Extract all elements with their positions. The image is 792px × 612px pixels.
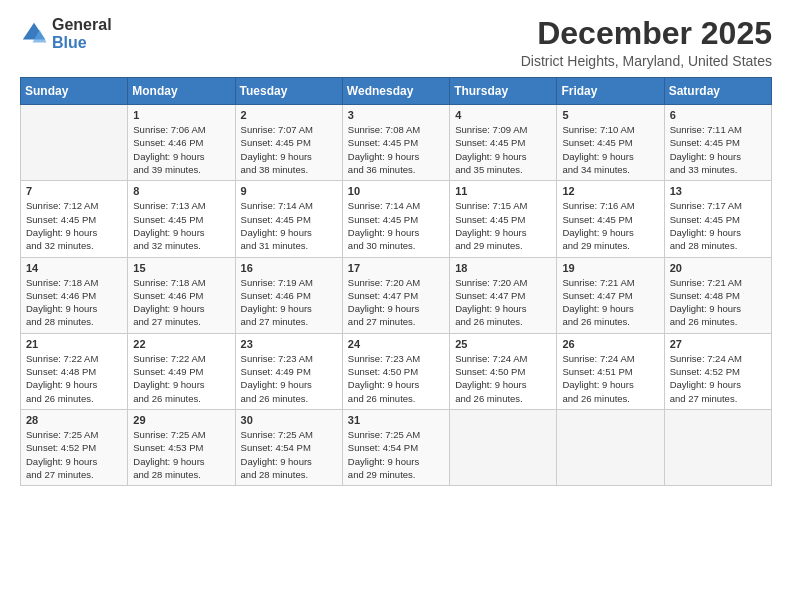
calendar-cell: 21Sunrise: 7:22 AMSunset: 4:48 PMDayligh… [21, 333, 128, 409]
calendar-cell: 12Sunrise: 7:16 AMSunset: 4:45 PMDayligh… [557, 181, 664, 257]
logo-general-text: General [52, 16, 112, 34]
calendar-day-header: Monday [128, 78, 235, 105]
calendar-cell: 10Sunrise: 7:14 AMSunset: 4:45 PMDayligh… [342, 181, 449, 257]
calendar-cell: 27Sunrise: 7:24 AMSunset: 4:52 PMDayligh… [664, 333, 771, 409]
day-info: Sunrise: 7:24 AMSunset: 4:50 PMDaylight:… [455, 352, 551, 405]
calendar-day-header: Wednesday [342, 78, 449, 105]
day-number: 16 [241, 262, 337, 274]
calendar-cell: 26Sunrise: 7:24 AMSunset: 4:51 PMDayligh… [557, 333, 664, 409]
calendar-cell [450, 409, 557, 485]
header: General Blue December 2025 District Heig… [20, 16, 772, 69]
calendar-cell: 31Sunrise: 7:25 AMSunset: 4:54 PMDayligh… [342, 409, 449, 485]
day-info: Sunrise: 7:24 AMSunset: 4:51 PMDaylight:… [562, 352, 658, 405]
calendar-cell: 9Sunrise: 7:14 AMSunset: 4:45 PMDaylight… [235, 181, 342, 257]
day-info: Sunrise: 7:23 AMSunset: 4:50 PMDaylight:… [348, 352, 444, 405]
day-info: Sunrise: 7:20 AMSunset: 4:47 PMDaylight:… [348, 276, 444, 329]
day-number: 22 [133, 338, 229, 350]
calendar-cell: 19Sunrise: 7:21 AMSunset: 4:47 PMDayligh… [557, 257, 664, 333]
page: General Blue December 2025 District Heig… [0, 0, 792, 612]
day-info: Sunrise: 7:14 AMSunset: 4:45 PMDaylight:… [348, 199, 444, 252]
calendar-cell: 18Sunrise: 7:20 AMSunset: 4:47 PMDayligh… [450, 257, 557, 333]
day-info: Sunrise: 7:15 AMSunset: 4:45 PMDaylight:… [455, 199, 551, 252]
day-number: 6 [670, 109, 766, 121]
logo: General Blue [20, 16, 112, 51]
calendar-cell: 20Sunrise: 7:21 AMSunset: 4:48 PMDayligh… [664, 257, 771, 333]
day-info: Sunrise: 7:25 AMSunset: 4:54 PMDaylight:… [241, 428, 337, 481]
day-number: 4 [455, 109, 551, 121]
day-info: Sunrise: 7:25 AMSunset: 4:53 PMDaylight:… [133, 428, 229, 481]
day-info: Sunrise: 7:22 AMSunset: 4:48 PMDaylight:… [26, 352, 122, 405]
day-info: Sunrise: 7:21 AMSunset: 4:47 PMDaylight:… [562, 276, 658, 329]
calendar-cell: 29Sunrise: 7:25 AMSunset: 4:53 PMDayligh… [128, 409, 235, 485]
day-number: 14 [26, 262, 122, 274]
day-info: Sunrise: 7:19 AMSunset: 4:46 PMDaylight:… [241, 276, 337, 329]
calendar-table: SundayMondayTuesdayWednesdayThursdayFrid… [20, 77, 772, 486]
day-info: Sunrise: 7:21 AMSunset: 4:48 PMDaylight:… [670, 276, 766, 329]
day-info: Sunrise: 7:17 AMSunset: 4:45 PMDaylight:… [670, 199, 766, 252]
calendar-week-row: 7Sunrise: 7:12 AMSunset: 4:45 PMDaylight… [21, 181, 772, 257]
day-number: 30 [241, 414, 337, 426]
calendar-cell: 30Sunrise: 7:25 AMSunset: 4:54 PMDayligh… [235, 409, 342, 485]
calendar-cell [664, 409, 771, 485]
location-title: District Heights, Maryland, United State… [521, 53, 772, 69]
calendar-cell: 16Sunrise: 7:19 AMSunset: 4:46 PMDayligh… [235, 257, 342, 333]
day-info: Sunrise: 7:06 AMSunset: 4:46 PMDaylight:… [133, 123, 229, 176]
calendar-cell: 13Sunrise: 7:17 AMSunset: 4:45 PMDayligh… [664, 181, 771, 257]
day-number: 28 [26, 414, 122, 426]
calendar-cell: 24Sunrise: 7:23 AMSunset: 4:50 PMDayligh… [342, 333, 449, 409]
day-info: Sunrise: 7:22 AMSunset: 4:49 PMDaylight:… [133, 352, 229, 405]
day-number: 8 [133, 185, 229, 197]
calendar-cell [21, 105, 128, 181]
calendar-day-header: Saturday [664, 78, 771, 105]
day-number: 19 [562, 262, 658, 274]
day-number: 3 [348, 109, 444, 121]
calendar-cell: 2Sunrise: 7:07 AMSunset: 4:45 PMDaylight… [235, 105, 342, 181]
day-info: Sunrise: 7:07 AMSunset: 4:45 PMDaylight:… [241, 123, 337, 176]
day-number: 25 [455, 338, 551, 350]
calendar-cell: 25Sunrise: 7:24 AMSunset: 4:50 PMDayligh… [450, 333, 557, 409]
calendar-cell: 8Sunrise: 7:13 AMSunset: 4:45 PMDaylight… [128, 181, 235, 257]
month-title: December 2025 [521, 16, 772, 51]
calendar-cell: 15Sunrise: 7:18 AMSunset: 4:46 PMDayligh… [128, 257, 235, 333]
calendar-cell: 23Sunrise: 7:23 AMSunset: 4:49 PMDayligh… [235, 333, 342, 409]
logo-icon [20, 20, 48, 48]
day-number: 10 [348, 185, 444, 197]
calendar-day-header: Thursday [450, 78, 557, 105]
logo-blue-text: Blue [52, 34, 112, 52]
calendar-cell: 4Sunrise: 7:09 AMSunset: 4:45 PMDaylight… [450, 105, 557, 181]
calendar-cell: 28Sunrise: 7:25 AMSunset: 4:52 PMDayligh… [21, 409, 128, 485]
day-number: 11 [455, 185, 551, 197]
day-number: 18 [455, 262, 551, 274]
calendar-day-header: Tuesday [235, 78, 342, 105]
day-info: Sunrise: 7:09 AMSunset: 4:45 PMDaylight:… [455, 123, 551, 176]
day-info: Sunrise: 7:20 AMSunset: 4:47 PMDaylight:… [455, 276, 551, 329]
day-number: 31 [348, 414, 444, 426]
day-number: 15 [133, 262, 229, 274]
calendar-cell: 22Sunrise: 7:22 AMSunset: 4:49 PMDayligh… [128, 333, 235, 409]
calendar-cell: 5Sunrise: 7:10 AMSunset: 4:45 PMDaylight… [557, 105, 664, 181]
calendar-cell: 17Sunrise: 7:20 AMSunset: 4:47 PMDayligh… [342, 257, 449, 333]
calendar-week-row: 28Sunrise: 7:25 AMSunset: 4:52 PMDayligh… [21, 409, 772, 485]
calendar-cell: 1Sunrise: 7:06 AMSunset: 4:46 PMDaylight… [128, 105, 235, 181]
day-info: Sunrise: 7:18 AMSunset: 4:46 PMDaylight:… [133, 276, 229, 329]
calendar-cell: 11Sunrise: 7:15 AMSunset: 4:45 PMDayligh… [450, 181, 557, 257]
day-number: 29 [133, 414, 229, 426]
day-number: 2 [241, 109, 337, 121]
day-info: Sunrise: 7:14 AMSunset: 4:45 PMDaylight:… [241, 199, 337, 252]
day-info: Sunrise: 7:12 AMSunset: 4:45 PMDaylight:… [26, 199, 122, 252]
day-number: 20 [670, 262, 766, 274]
day-number: 17 [348, 262, 444, 274]
calendar-day-header: Friday [557, 78, 664, 105]
day-number: 9 [241, 185, 337, 197]
calendar-day-header: Sunday [21, 78, 128, 105]
day-info: Sunrise: 7:10 AMSunset: 4:45 PMDaylight:… [562, 123, 658, 176]
day-info: Sunrise: 7:23 AMSunset: 4:49 PMDaylight:… [241, 352, 337, 405]
logo-text: General Blue [52, 16, 112, 51]
day-number: 21 [26, 338, 122, 350]
calendar-cell: 7Sunrise: 7:12 AMSunset: 4:45 PMDaylight… [21, 181, 128, 257]
calendar-cell: 3Sunrise: 7:08 AMSunset: 4:45 PMDaylight… [342, 105, 449, 181]
day-number: 24 [348, 338, 444, 350]
calendar-week-row: 1Sunrise: 7:06 AMSunset: 4:46 PMDaylight… [21, 105, 772, 181]
calendar-cell [557, 409, 664, 485]
day-number: 13 [670, 185, 766, 197]
